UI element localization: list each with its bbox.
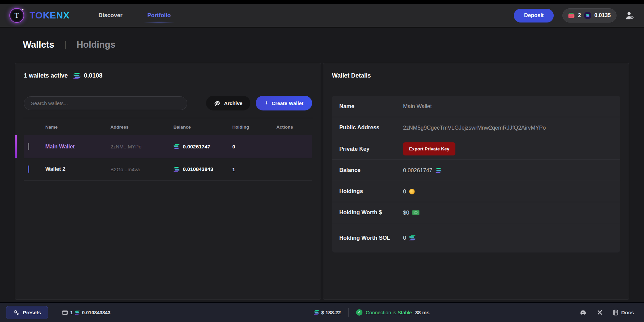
discord-icon bbox=[579, 309, 587, 316]
tokenx-logo-icon: T ✦ bbox=[9, 8, 24, 23]
sol-price: $ 188.22 bbox=[321, 310, 341, 315]
nav-links: Discover Portfolio bbox=[97, 9, 172, 22]
user-settings-button[interactable] bbox=[625, 11, 635, 20]
row-checkbox[interactable] bbox=[28, 143, 29, 150]
solana-icon bbox=[75, 311, 80, 315]
search-input[interactable] bbox=[24, 96, 187, 110]
col-holding: Holding bbox=[232, 125, 276, 130]
row-checkbox[interactable] bbox=[28, 166, 29, 173]
sparkle-icon: ✦ bbox=[21, 8, 24, 11]
holdings-label: Holdings bbox=[339, 182, 403, 200]
detail-row-worth-usd: Holding Worth $ $0 bbox=[332, 202, 620, 223]
discord-link[interactable] bbox=[579, 309, 587, 316]
docs-link[interactable]: Docs bbox=[613, 310, 634, 316]
statusbar-sol-amount: 0.010843843 bbox=[82, 310, 110, 315]
archive-label: Archive bbox=[224, 100, 242, 106]
create-wallet-label: Create Wallet bbox=[272, 100, 303, 106]
table-row[interactable]: Main Wallet 2zNM...MYPo 0.00261747 0 bbox=[24, 135, 312, 158]
wallet-address: 2zNM...MYPo bbox=[110, 144, 174, 149]
presets-gear-icon bbox=[13, 309, 19, 316]
coin-icon bbox=[409, 189, 415, 194]
wallet-emoji-icon bbox=[568, 13, 575, 18]
statusbar-center: $ 188.22 ✓ Connection is Stable 38 ms bbox=[260, 308, 430, 317]
table-row[interactable]: Wallet 2 B2Go...m4va 0.010843843 1 bbox=[24, 158, 312, 181]
balance-label: Balance bbox=[339, 161, 403, 179]
wallet-name: Wallet 2 bbox=[45, 166, 110, 172]
solana-icon bbox=[409, 235, 415, 240]
wallet-address: B2Go...m4va bbox=[110, 167, 174, 172]
divider bbox=[331, 88, 621, 88]
deposit-button[interactable]: Deposit bbox=[514, 9, 554, 22]
cash-icon bbox=[412, 210, 419, 215]
solana-icon bbox=[174, 167, 180, 172]
nav-link-discover[interactable]: Discover bbox=[97, 9, 124, 22]
worth-sol-value: 0 bbox=[403, 235, 406, 241]
wallet-holding: 0 bbox=[232, 144, 276, 149]
docs-label: Docs bbox=[621, 310, 634, 316]
brand-name: TOKENX bbox=[30, 10, 69, 21]
eye-off-icon bbox=[214, 100, 220, 106]
worth-usd-value: $0 bbox=[403, 210, 409, 216]
worth-sol-label: Holding Worth SOL bbox=[339, 229, 403, 247]
name-label: Name bbox=[339, 97, 403, 116]
name-value: Main Wallet bbox=[403, 103, 613, 109]
wallet-balance: 0.010843843 bbox=[183, 166, 213, 172]
private-key-label: Private Key bbox=[339, 140, 403, 158]
x-icon bbox=[597, 310, 603, 315]
window-top-strip bbox=[0, 0, 644, 4]
nav-right: Deposit 2 0.0135 bbox=[514, 8, 635, 22]
solana-icon bbox=[435, 168, 442, 173]
details-card: Name Main Wallet Public Address 2zNM5g9C… bbox=[332, 96, 620, 252]
table-header-row: Name Address Balance Holding Actions bbox=[24, 119, 312, 135]
col-actions: Actions bbox=[277, 125, 312, 130]
check-circle-icon: ✓ bbox=[356, 309, 362, 316]
statusbar-links: Docs bbox=[579, 309, 634, 316]
wallet-icon bbox=[62, 310, 68, 315]
wallets-panel: 1 wallets active 0.0108 bbox=[15, 63, 321, 300]
public-address-label: Public Address bbox=[339, 119, 403, 137]
status-bar: Presets 1 0.010843843 bbox=[0, 302, 644, 322]
details-title: Wallet Details bbox=[332, 72, 371, 79]
wallets-controls: Archive + Create Wallet bbox=[24, 88, 312, 118]
solana-icon bbox=[586, 14, 590, 17]
col-balance: Balance bbox=[174, 125, 232, 130]
nav-link-portfolio[interactable]: Portfolio bbox=[146, 9, 172, 22]
connection-group: ✓ Connection is Stable 38 ms bbox=[356, 309, 430, 316]
app-window: T ✦ TOKENX Discover Portfolio Deposit 2 bbox=[0, 0, 644, 322]
active-wallets-sol-total: 0.0108 bbox=[84, 72, 102, 79]
tab-wallets[interactable]: Wallets bbox=[23, 40, 54, 50]
archive-button[interactable]: Archive bbox=[206, 96, 250, 110]
active-wallets-label: 1 wallets active bbox=[24, 72, 68, 79]
detail-row-private-key: Private Key Export Private Key bbox=[332, 138, 620, 159]
presets-label: Presets bbox=[23, 310, 41, 315]
create-wallet-button[interactable]: + Create Wallet bbox=[256, 96, 312, 110]
holdings-value: 0 bbox=[403, 188, 406, 195]
export-private-key-button[interactable]: Export Private Key bbox=[403, 142, 455, 155]
user-settings-icon bbox=[625, 11, 635, 20]
latency-value: 38 ms bbox=[415, 310, 430, 315]
wallet-summary-pill[interactable]: 2 0.0135 bbox=[562, 8, 616, 22]
presets-button[interactable]: Presets bbox=[6, 306, 48, 319]
x-twitter-link[interactable] bbox=[597, 310, 603, 315]
detail-row-worth-sol: Holding Worth SOL 0 bbox=[332, 223, 620, 252]
tab-holdings[interactable]: Holdings bbox=[77, 40, 115, 50]
solana-badge bbox=[584, 12, 591, 19]
col-name: Name bbox=[45, 125, 110, 130]
worth-usd-label: Holding Worth $ bbox=[339, 203, 403, 222]
detail-row-balance: Balance 0.00261747 bbox=[332, 159, 620, 181]
balance-value: 0.00261747 bbox=[403, 167, 432, 174]
tab-divider: | bbox=[64, 40, 67, 50]
wallets-table: Name Address Balance Holding Actions Mai… bbox=[24, 119, 312, 181]
logo-letter: T bbox=[14, 11, 19, 20]
wallet-count: 2 bbox=[578, 12, 581, 18]
sol-price-group: $ 188.22 bbox=[314, 310, 341, 315]
top-nav: T ✦ TOKENX Discover Portfolio Deposit 2 bbox=[0, 4, 644, 28]
wallet-details-panel: Wallet Details Name Main Wallet Public A… bbox=[323, 63, 629, 300]
divider bbox=[348, 308, 349, 317]
wallet-holding: 1 bbox=[232, 167, 276, 172]
solana-icon bbox=[73, 73, 81, 79]
solana-icon bbox=[174, 144, 180, 149]
detail-row-holdings: Holdings 0 bbox=[332, 181, 620, 202]
brand-link[interactable]: T ✦ TOKENX bbox=[9, 8, 69, 23]
solana-icon bbox=[314, 310, 319, 315]
